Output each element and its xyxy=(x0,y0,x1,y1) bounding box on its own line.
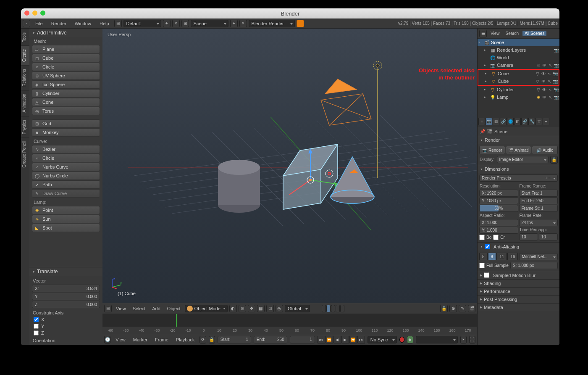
crop-checkbox[interactable]: Cr xyxy=(493,235,505,240)
tl-menu-marker[interactable]: Marker xyxy=(131,336,150,343)
shading-panel-header[interactable]: Shading xyxy=(478,280,559,287)
tl-menu-frame[interactable]: Frame xyxy=(152,336,171,343)
renderable-icon[interactable]: 📷 xyxy=(553,71,558,76)
scene-breadcrumb-link[interactable]: Scene xyxy=(494,129,507,134)
shading-mode-icon[interactable]: ◐ xyxy=(229,305,237,312)
render-panel-header[interactable]: Render xyxy=(478,136,559,144)
frame-start-field[interactable]: Start Fra: 1 xyxy=(519,190,558,197)
gpencil-icon[interactable]: ✎ xyxy=(459,305,466,312)
constraint-y-checkbox[interactable]: Y xyxy=(29,323,102,330)
pin-icon[interactable]: 📌 xyxy=(480,129,485,134)
lock-range-icon[interactable]: 🔒 xyxy=(209,336,215,343)
outliner-camera-row[interactable]: ▸📷Camera⊙👁↖📷 xyxy=(478,61,559,69)
interaction-mode-dropdown[interactable]: Object Mode xyxy=(185,305,228,312)
aa-size-field[interactable]: S: 1.000 px xyxy=(510,262,558,269)
maximize-window-button[interactable] xyxy=(40,11,45,16)
aa-11-button[interactable]: 11 xyxy=(496,253,507,260)
timeline-playhead[interactable] xyxy=(176,314,177,327)
add-nurbs-curve-button[interactable]: ⟋Nurbs Curve xyxy=(32,163,100,171)
vp-menu-select[interactable]: Select xyxy=(130,305,148,312)
outliner-tree[interactable]: ▾🎬Scene ▸▦RenderLayers📷 🌐World ▸📷Camera⊙… xyxy=(478,39,559,117)
add-monkey-button[interactable]: ☻Monkey xyxy=(32,128,100,137)
outliner-search-tab[interactable]: Search xyxy=(504,31,521,36)
full-sample-checkbox[interactable]: Full Sample xyxy=(479,263,509,268)
selectable-icon[interactable]: ↖ xyxy=(547,71,552,76)
translate-y-field[interactable]: Y:0.000 xyxy=(32,293,100,300)
tab-create[interactable]: Create xyxy=(21,45,29,65)
tab-animation[interactable]: Animation xyxy=(21,90,29,116)
render-button[interactable]: 📷Render xyxy=(479,146,505,154)
keying-set-dropdown[interactable] xyxy=(416,336,458,343)
remap-old-field[interactable]: 10 xyxy=(519,233,538,240)
tl-menu-view[interactable]: View xyxy=(113,336,128,343)
menu-file[interactable]: File xyxy=(32,20,46,27)
border-checkbox[interactable]: Bo xyxy=(479,235,491,240)
tab-relations[interactable]: Relations xyxy=(21,65,29,90)
selectable-icon[interactable]: ↖ xyxy=(548,87,553,92)
metadata-panel-header[interactable]: Metadata xyxy=(478,304,559,311)
outliner-lamp-row[interactable]: ▸💡Lamp✺👁↖📷 xyxy=(478,93,559,101)
resolution-percent-field[interactable]: 50% xyxy=(479,205,518,212)
end-frame-field[interactable]: End:250 xyxy=(254,336,287,343)
scene-dropdown[interactable]: Scene xyxy=(191,20,228,27)
play-button[interactable]: ▶ xyxy=(341,336,349,343)
mb-enable-checkbox[interactable] xyxy=(484,272,489,278)
visibility-icon[interactable]: 👁 xyxy=(542,63,547,68)
translate-x-field[interactable]: X:3.534 xyxy=(32,285,100,292)
render-engine-dropdown[interactable]: Blender Render xyxy=(249,20,295,27)
render-audio-button[interactable]: 🔊Audio xyxy=(532,146,558,154)
aa-16-button[interactable]: 16 xyxy=(507,253,518,260)
tab-grease-pencil[interactable]: Grease Pencil xyxy=(21,137,29,171)
range-icon[interactable]: ⟳ xyxy=(200,336,206,343)
keyframe-prev-button[interactable]: ⏪ xyxy=(326,336,333,343)
translate-z-field[interactable]: Z:0.000 xyxy=(32,301,100,308)
renderable-icon[interactable]: 📷 xyxy=(554,63,559,68)
outliner-cone-row[interactable]: ▸▽Cone▽👁↖📷 xyxy=(478,70,559,77)
menu-window[interactable]: Window xyxy=(71,20,94,27)
layer-slot[interactable] xyxy=(336,305,340,312)
aa-8-button[interactable]: 8 xyxy=(488,253,496,260)
resolution-y-field[interactable]: Y: 1080 px xyxy=(479,197,518,204)
add-path-button[interactable]: ➚Path xyxy=(32,180,100,189)
screen-layout-dropdown[interactable]: Default xyxy=(123,20,161,27)
add-bezier-button[interactable]: ∿Bezier xyxy=(32,145,100,153)
postprocessing-panel-header[interactable]: Post Processing xyxy=(478,296,559,303)
object-tab[interactable]: ◧ xyxy=(514,118,521,125)
renderable-icon[interactable]: 📷 xyxy=(554,95,559,100)
lock-camera-icon[interactable]: 🔒 xyxy=(440,305,448,312)
snap-icon[interactable]: ⊡ xyxy=(266,305,274,312)
remap-new-field[interactable]: 10 xyxy=(539,233,558,240)
3d-viewport[interactable]: User Persp Objects selected also in the … xyxy=(102,29,477,303)
add-point-lamp-button[interactable]: ✺Point xyxy=(32,206,100,214)
visibility-icon[interactable]: 👁 xyxy=(542,87,547,92)
add-cylinder-button[interactable]: ▯Cylinder xyxy=(32,89,100,98)
performance-panel-header[interactable]: Performance xyxy=(478,288,559,295)
menu-render[interactable]: Render xyxy=(48,20,70,27)
dimensions-panel-header[interactable]: Dimensions xyxy=(478,165,559,173)
layer-slot[interactable] xyxy=(326,305,331,312)
tab-tools[interactable]: Tools xyxy=(21,29,29,45)
constraint-z-checkbox[interactable]: Z xyxy=(29,330,102,336)
scene-remove-button[interactable]: × xyxy=(239,20,247,27)
layer-slot[interactable] xyxy=(331,305,335,312)
render-animation-button[interactable]: 🎬Animati xyxy=(506,146,532,154)
renderlayers-tab[interactable]: ▦ xyxy=(493,118,499,125)
aspect-y-field[interactable]: Y: 1.000 xyxy=(479,227,518,234)
add-grid-button[interactable]: ⊞Grid xyxy=(32,119,100,128)
motion-blur-panel-header[interactable]: Sampled Motion Blur xyxy=(478,271,559,279)
keying-set-icon[interactable]: ◆ xyxy=(407,336,413,343)
layout-add-button[interactable]: + xyxy=(163,20,171,27)
cut-tool-icon[interactable]: ✂ xyxy=(460,336,467,343)
layer-slot[interactable] xyxy=(322,305,326,312)
antialiasing-panel-header[interactable]: Anti-Aliasing xyxy=(478,243,559,251)
visibility-icon[interactable]: 👁 xyxy=(541,79,546,84)
editor-type-icon[interactable]: ⊞ xyxy=(104,305,112,312)
outliner-world-row[interactable]: 🌐World xyxy=(478,54,559,61)
jump-end-button[interactable]: ⏭ xyxy=(357,336,365,343)
vp-menu-add[interactable]: Add xyxy=(150,305,163,312)
add-cone-button[interactable]: △Cone xyxy=(32,98,100,106)
renderable-icon[interactable]: 📷 xyxy=(554,87,559,92)
visibility-icon[interactable]: 👁 xyxy=(542,95,547,100)
render-presets-dropdown[interactable]: Render Presets+− xyxy=(479,174,558,182)
render-tab[interactable]: 📷 xyxy=(486,118,492,125)
